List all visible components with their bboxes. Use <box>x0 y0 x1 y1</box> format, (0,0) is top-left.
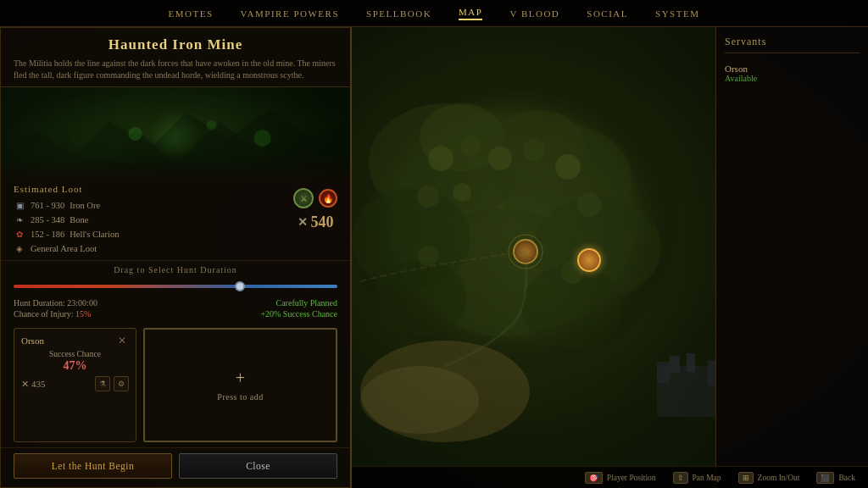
close-button[interactable]: Close <box>179 453 337 479</box>
loot-item-iron: ▣ 761 - 930 Iron Ore <box>14 199 293 211</box>
servants-panel-title: Servants <box>725 36 860 53</box>
duration-info: Hunt Duration: 23:00:00 Carefully Planne… <box>14 298 337 308</box>
left-panel: Haunted Iron Mine The Militia holds the … <box>0 27 352 488</box>
servant-list-status: Available <box>725 74 860 83</box>
pan-map-key: ⇧ <box>673 472 688 484</box>
servant-success-label: Success Chance <box>21 350 129 358</box>
svg-point-24 <box>453 183 471 202</box>
map-svg <box>352 27 715 488</box>
hells-clarion-name: Hell's Clarion <box>70 230 119 239</box>
injury-value: 15% <box>75 309 91 319</box>
duration-slider-container[interactable] <box>14 281 337 291</box>
player-position-label: Player Position <box>607 474 656 482</box>
nav-spellbook[interactable]: Spellbook <box>366 8 431 19</box>
servant-card: Orson ✕ Success Chance 47% ✕ 435 ⚗ ⚙ <box>14 328 136 442</box>
slider-thumb[interactable] <box>235 281 245 291</box>
combat-score: ✕ 540 <box>298 214 334 231</box>
svg-point-18 <box>428 146 453 171</box>
svg-point-22 <box>555 154 581 180</box>
nav-system[interactable]: System <box>655 8 699 19</box>
svg-rect-32 <box>708 360 715 385</box>
status-pan-map: ⇧ Pan Map <box>673 472 721 484</box>
soldier-icon-green: ⚔ <box>293 188 314 208</box>
svg-point-25 <box>577 193 601 217</box>
back-label: Back <box>838 474 855 482</box>
right-panel: Servants Orson Available <box>715 27 868 488</box>
panel-description: The Militia holds the line against the d… <box>14 58 337 81</box>
servant-close-button[interactable]: ✕ <box>115 334 129 347</box>
add-servant-label: Press to add <box>217 392 263 402</box>
bone-range: 285 - 348 <box>31 215 64 225</box>
map-area[interactable] <box>352 27 715 488</box>
nav-v-blood[interactable]: V Blood <box>509 8 559 19</box>
loot-item-hells-clarion: ✿ 152 - 186 Hell's Clarion <box>14 228 293 240</box>
panel-title: Haunted Iron Mine <box>14 36 337 53</box>
main-content: Haunted Iron Mine The Militia holds the … <box>0 27 868 488</box>
servant-action-icons: ⚗ ⚙ <box>95 376 129 391</box>
bone-name: Bone <box>70 215 88 225</box>
soldier-icons: ⚔ 🔥 <box>293 188 337 208</box>
success-bonus: +20% Success Chance <box>260 309 337 319</box>
bottom-status-bar: 🎯 Player Position ⇧ Pan Map ⊞ Zoom In/Ou… <box>352 466 868 488</box>
nav-emotes[interactable]: Emotes <box>169 8 214 19</box>
svg-point-6 <box>254 130 271 147</box>
status-back: ⬛ Back <box>816 472 855 484</box>
hunt-begin-button[interactable]: Let the Hunt Begin <box>14 453 172 479</box>
svg-point-20 <box>488 147 512 170</box>
svg-point-19 <box>460 136 481 156</box>
svg-point-5 <box>207 120 217 130</box>
svg-point-4 <box>129 127 142 141</box>
nav-map[interactable]: Map <box>459 7 482 20</box>
slider-track <box>14 285 337 288</box>
zoom-key: ⊞ <box>738 472 754 484</box>
loot-item-bone: ❧ 285 - 348 Bone <box>14 214 293 225</box>
iron-ore-icon: ▣ <box>14 199 25 211</box>
servant-list-name: Orson <box>725 64 860 74</box>
loot-item-general: ◈ General Area Loot <box>14 242 293 254</box>
svg-point-29 <box>360 366 479 434</box>
combat-cross-icon: ✕ <box>298 215 308 230</box>
combat-score-value: 540 <box>311 214 334 231</box>
duration-time: Hunt Duration: 23:00:00 <box>14 298 97 308</box>
pan-map-label: Pan Map <box>693 474 721 482</box>
general-loot-name: General Area Loot <box>31 244 97 253</box>
svg-rect-34 <box>687 353 695 372</box>
svg-point-26 <box>418 246 438 266</box>
soldier-icon-fire: 🔥 <box>319 189 337 208</box>
location-image <box>1 87 350 180</box>
servant-gear-icon[interactable]: ⚙ <box>114 376 129 391</box>
servant-name: Orson <box>21 336 44 346</box>
add-plus-icon: + <box>236 369 245 388</box>
injury-info: Chance of Injury: 15% +20% Success Chanc… <box>14 309 337 319</box>
svg-rect-33 <box>670 356 680 373</box>
svg-rect-31 <box>657 362 670 383</box>
servant-list-item: Orson Available <box>725 64 860 83</box>
nav-vampire-powers[interactable]: Vampire Powers <box>241 8 339 19</box>
combat-area: ⚔ 🔥 ✕ 540 <box>293 184 337 231</box>
general-loot-icon: ◈ <box>14 242 25 254</box>
svg-point-21 <box>523 139 545 161</box>
bone-icon: ❧ <box>14 214 25 225</box>
servant-section: Orson ✕ Success Chance 47% ✕ 435 ⚗ ⚙ <box>1 323 350 447</box>
bottom-buttons: Let the Hunt Begin Close <box>1 447 350 487</box>
status-zoom: ⊞ Zoom In/Out <box>738 472 800 484</box>
add-servant-button[interactable]: + Press to add <box>143 328 337 442</box>
duration-value: 23:00:00 <box>67 298 97 308</box>
servant-combat: ✕ 435 <box>21 379 46 390</box>
servant-combat-cross: ✕ <box>21 379 29 390</box>
servant-success-percent: 47% <box>21 359 129 373</box>
duration-status: Carefully Planned <box>276 298 337 308</box>
svg-point-16 <box>373 260 466 336</box>
loot-title: Estimated Loot <box>14 184 293 194</box>
hells-clarion-range: 152 - 186 <box>31 230 64 239</box>
servant-nature-icon[interactable]: ⚗ <box>95 376 110 391</box>
iron-ore-name: Iron Ore <box>70 201 100 210</box>
location-svg <box>1 87 350 180</box>
status-player-position: 🎯 Player Position <box>585 472 656 484</box>
servant-header: Orson ✕ <box>21 334 129 347</box>
loot-list: Estimated Loot ▣ 761 - 930 Iron Ore ❧ 28… <box>14 184 293 257</box>
iron-ore-range: 761 - 930 <box>31 201 64 210</box>
nav-social[interactable]: Social <box>587 8 628 19</box>
duration-label: Drag to Select Hunt Duration <box>14 265 337 274</box>
mine-map-marker[interactable] <box>577 248 601 272</box>
